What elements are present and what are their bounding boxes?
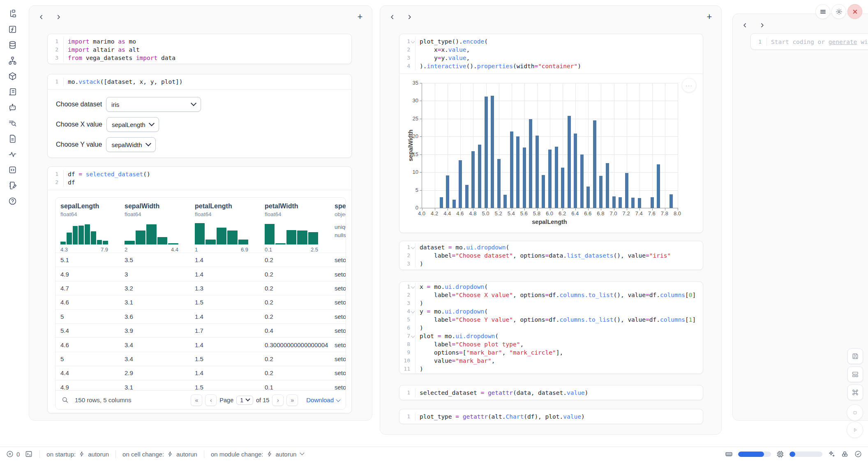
code-line[interactable]: 5 label="Choose Y value", options=df.col… bbox=[399, 316, 703, 324]
bar[interactable] bbox=[657, 164, 660, 208]
help-icon[interactable] bbox=[8, 196, 18, 206]
code-line[interactable]: 2 label="Choose dataset", options=data.l… bbox=[399, 251, 703, 260]
bar[interactable] bbox=[612, 196, 616, 208]
runtime-config-on-startup[interactable]: on startup:autorun bbox=[46, 451, 109, 458]
code-line[interactable]: 4).interactive().properties(width="conta… bbox=[399, 62, 703, 70]
code-line[interactable]: 8 label="Choose plot type", bbox=[399, 340, 703, 348]
code-line[interactable]: 1Start coding or generate with AI bbox=[751, 38, 868, 46]
close-button[interactable] bbox=[847, 4, 862, 19]
bar[interactable] bbox=[574, 134, 577, 208]
fold-chevron-icon[interactable] bbox=[411, 309, 415, 313]
bar[interactable] bbox=[651, 197, 654, 208]
ai-assist-button[interactable] bbox=[827, 450, 836, 458]
bar[interactable] bbox=[638, 198, 641, 208]
column-histogram[interactable] bbox=[60, 221, 108, 244]
plot-type-select[interactable]: mark_bar bbox=[109, 157, 154, 158]
fold-chevron-icon[interactable] bbox=[411, 245, 415, 249]
code-line[interactable]: 1import marimo as mo bbox=[48, 37, 351, 46]
bar[interactable] bbox=[561, 168, 564, 208]
bar[interactable] bbox=[542, 175, 545, 208]
next-page-button[interactable]: › bbox=[272, 394, 284, 406]
bar[interactable] bbox=[593, 120, 596, 208]
code-line[interactable]: 10 value="mark_bar", bbox=[399, 357, 703, 365]
fold-chevron-icon[interactable] bbox=[411, 334, 415, 338]
code-line[interactable]: 3 y=y.value, bbox=[399, 54, 703, 62]
table-row[interactable]: 4.931.40.2setosa bbox=[55, 267, 346, 281]
code-editor[interactable]: 1plot_type = getattr(alt.Chart(df), plot… bbox=[399, 409, 703, 424]
search-logs-icon[interactable] bbox=[8, 118, 18, 128]
chart-options-button[interactable]: ··· bbox=[682, 78, 696, 92]
prev-page-button[interactable]: ‹ bbox=[205, 394, 217, 406]
bar[interactable] bbox=[548, 150, 552, 208]
bar[interactable] bbox=[485, 97, 488, 208]
column-header-sepalWidth[interactable]: sepalWidthfloat6424.4 bbox=[120, 203, 190, 253]
table-row[interactable]: 53.41.50.2setosa bbox=[55, 352, 346, 366]
bar[interactable] bbox=[471, 151, 475, 208]
y-value-select[interactable]: sepalWidth bbox=[106, 137, 155, 152]
save-button[interactable] bbox=[847, 348, 863, 364]
bar[interactable] bbox=[606, 163, 609, 208]
column-1-next-button[interactable] bbox=[53, 12, 64, 22]
code-line[interactable]: 2 label="Choose X value", options=df.col… bbox=[399, 291, 703, 299]
column-3-prev-button[interactable] bbox=[739, 20, 750, 30]
bar[interactable] bbox=[440, 197, 443, 208]
column-histogram[interactable] bbox=[195, 221, 248, 244]
error-count-badge[interactable]: 0 bbox=[6, 450, 20, 458]
download-button[interactable]: Download bbox=[306, 396, 340, 403]
bar[interactable] bbox=[669, 194, 673, 208]
code-editor[interactable]: 1Start coding or generate with AI bbox=[751, 34, 868, 50]
packages-cube-icon[interactable] bbox=[8, 71, 18, 81]
column-2-prev-button[interactable] bbox=[387, 12, 397, 22]
code-line[interactable]: 1selected_dataset = getattr(data, datase… bbox=[399, 389, 703, 397]
column-1-prev-button[interactable] bbox=[36, 12, 46, 22]
page-select[interactable]: 1 bbox=[236, 396, 253, 405]
column-histogram[interactable] bbox=[125, 221, 178, 244]
chat-icon[interactable] bbox=[8, 103, 18, 113]
code-line[interactable]: 3) bbox=[399, 299, 703, 307]
table-row[interactable]: 5.13.51.40.2setosa bbox=[55, 253, 346, 267]
column-2-add-cell-button[interactable]: + bbox=[704, 12, 715, 22]
code-editor[interactable]: 1mo.vstack([dataset, x, y, plot]) bbox=[48, 74, 351, 89]
bar[interactable] bbox=[516, 136, 519, 208]
runtime-config-on-module-change[interactable]: on module change:autorun bbox=[211, 451, 304, 458]
keyboard-shortcuts-button[interactable] bbox=[847, 385, 863, 400]
column-header-petalLength[interactable]: petalLengthfloat6416.9 bbox=[190, 203, 260, 253]
bar[interactable] bbox=[452, 200, 456, 208]
database-icon[interactable] bbox=[8, 40, 18, 50]
bar[interactable] bbox=[478, 145, 481, 208]
bar[interactable] bbox=[568, 116, 571, 208]
code-line[interactable]: 7plot = mo.ui.dropdown( bbox=[399, 332, 703, 340]
column-header-sepalLength[interactable]: sepalLengthfloat644.37.9 bbox=[55, 203, 120, 253]
terminal-button[interactable] bbox=[25, 450, 33, 458]
packages-button[interactable] bbox=[840, 450, 849, 459]
code-line[interactable]: 11) bbox=[399, 365, 703, 373]
x-value-select[interactable]: sepalLength bbox=[106, 117, 159, 132]
column-histogram[interactable] bbox=[265, 221, 318, 244]
scratchpad-icon[interactable] bbox=[8, 181, 18, 191]
function-icon[interactable] bbox=[8, 25, 18, 35]
table-row[interactable]: 5.43.91.70.4setosa bbox=[55, 323, 346, 337]
bar[interactable] bbox=[599, 176, 603, 208]
runtime-config-on-cell-change[interactable]: on cell change:autorun bbox=[122, 451, 197, 458]
bar[interactable] bbox=[503, 195, 507, 208]
data-sources-icon[interactable] bbox=[8, 56, 18, 66]
code-line[interactable]: 1mo.vstack([dataset, x, y, plot]) bbox=[48, 78, 351, 86]
fold-chevron-icon[interactable] bbox=[411, 285, 415, 289]
code-line[interactable]: 2 x=x.value, bbox=[399, 46, 703, 54]
bar[interactable] bbox=[510, 131, 513, 208]
first-page-button[interactable]: « bbox=[191, 394, 202, 406]
code-line[interactable]: 2df bbox=[48, 178, 351, 187]
stop-button[interactable] bbox=[847, 404, 863, 421]
search-icon[interactable] bbox=[61, 396, 69, 404]
bar[interactable] bbox=[497, 159, 501, 208]
last-page-button[interactable]: » bbox=[286, 394, 298, 406]
chart-plot-area[interactable] bbox=[422, 83, 678, 208]
table-row[interactable]: 53.61.40.2setosa bbox=[55, 309, 346, 323]
code-line[interactable]: 4y = mo.ui.dropdown( bbox=[399, 307, 703, 316]
run-all-button[interactable] bbox=[847, 422, 863, 438]
column-header-species[interactable]: speciesobjectunique:nulls: bbox=[330, 203, 346, 253]
connection-status-button[interactable] bbox=[854, 450, 862, 458]
column-3-next-button[interactable] bbox=[757, 20, 767, 30]
bar[interactable] bbox=[625, 173, 628, 208]
dataset-select[interactable]: iris bbox=[106, 97, 201, 112]
